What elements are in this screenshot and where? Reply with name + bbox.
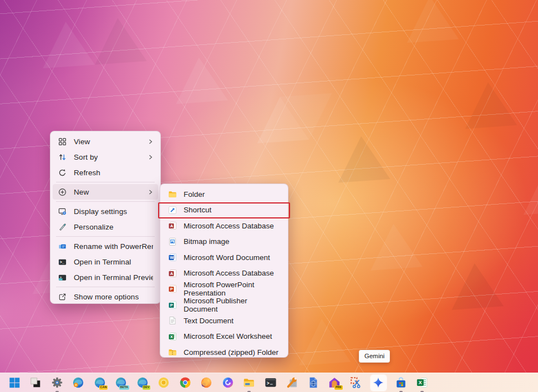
- submenu-item-access-database-2[interactable]: A Microsoft Access Database: [163, 266, 286, 282]
- sort-arrows-icon: [58, 152, 67, 161]
- submenu-item-excel-worksheet[interactable]: X Microsoft Excel Worksheet: [163, 329, 286, 345]
- taskbar-item-web-document[interactable]: [306, 376, 320, 390]
- taskbar-item-app-squares[interactable]: [29, 376, 43, 390]
- submenu-item-label: Microsoft Excel Worksheet: [184, 332, 272, 340]
- svg-text:X: X: [419, 380, 422, 385]
- start-button[interactable]: [7, 376, 21, 390]
- menu-item-label: Refresh: [74, 169, 153, 177]
- taskbar-item-microsoft-store[interactable]: [394, 376, 408, 390]
- menu-separator: [56, 236, 155, 237]
- menu-item-personalize[interactable]: Personalize: [53, 219, 158, 235]
- submenu-item-label: Compressed (zipped) Folder: [184, 348, 278, 357]
- excel-app-icon: X: [416, 376, 428, 389]
- new-submenu: Folder Shortcut A Microsoft Access Datab…: [160, 184, 288, 358]
- chrome-canary-icon: [158, 376, 170, 389]
- terminal-icon: >_: [58, 257, 67, 266]
- menu-item-rename-powerrename[interactable]: Rename with PowerRename: [53, 238, 158, 254]
- grid-icon: [58, 137, 67, 146]
- menu-item-sort-by[interactable]: Sort by: [53, 149, 158, 165]
- taskbar-item-edge-beta[interactable]: BETA: [114, 376, 128, 390]
- terminal-preview-icon: >: [58, 273, 67, 282]
- file-explorer-icon: [243, 376, 255, 389]
- chrome-icon: [179, 376, 191, 389]
- svg-text:W: W: [170, 255, 174, 260]
- svg-text:P: P: [170, 303, 173, 308]
- submenu-item-shortcut[interactable]: Shortcut: [163, 202, 286, 218]
- submenu-item-label: Folder: [184, 190, 205, 198]
- submenu-item-label: Microsoft Word Document: [184, 253, 270, 262]
- menu-item-open-terminal-preview[interactable]: > Open in Terminal Preview: [53, 269, 158, 285]
- svg-text:A: A: [170, 271, 174, 276]
- chevron-right-icon: [148, 139, 153, 144]
- submenu-item-text-document[interactable]: Text Document: [163, 313, 286, 329]
- show-more-options-icon: [58, 292, 67, 301]
- edge-can-badge: CAN: [99, 385, 108, 390]
- menu-item-label: Sort by: [74, 153, 145, 161]
- taskbar-item-settings[interactable]: [50, 376, 64, 390]
- submenu-item-label: Microsoft PowerPoint Presentation: [184, 281, 280, 297]
- svg-text:X: X: [170, 334, 173, 339]
- access-icon: A: [168, 221, 177, 230]
- edge-dev-badge: DEV: [143, 385, 150, 390]
- submenu-item-folder[interactable]: Folder: [163, 186, 286, 202]
- plus-circle-icon: [58, 187, 67, 196]
- folder-icon: [168, 190, 177, 198]
- edge-canary-icon: [72, 376, 84, 389]
- desktop[interactable]: View Sort by Refresh New: [0, 0, 538, 392]
- taskbar-item-edge-canary[interactable]: [72, 376, 85, 390]
- firefox-icon: [200, 376, 212, 389]
- taskbar-item-snipping-tool[interactable]: [349, 376, 363, 390]
- dev-toolbox-icon: [286, 376, 298, 389]
- chevron-right-icon: [148, 155, 153, 160]
- menu-item-show-more-options[interactable]: Show more options: [53, 289, 158, 304]
- taskbar-item-gemini[interactable]: [370, 375, 387, 391]
- svg-text:>: >: [59, 274, 62, 278]
- svg-text:>: >: [266, 381, 269, 386]
- taskbar-item-firefox[interactable]: [200, 376, 214, 390]
- menu-item-label: Show more options: [74, 293, 153, 301]
- bitmap-icon: [168, 237, 177, 246]
- submenu-item-label: Microsoft Publisher Document: [184, 297, 280, 313]
- taskbar-item-copilot[interactable]: [221, 376, 235, 390]
- text-document-icon: [168, 316, 177, 325]
- powerpoint-icon: P: [168, 284, 177, 293]
- menu-item-open-terminal[interactable]: >_ Open in Terminal: [53, 254, 158, 269]
- taskbar-item-edge-dev[interactable]: DEV: [135, 376, 149, 390]
- personalize-brush-icon: [58, 222, 67, 231]
- menu-item-label: Display settings: [74, 207, 153, 216]
- start-icon: [8, 376, 21, 389]
- svg-text:>_: >_: [59, 260, 64, 264]
- menu-item-view[interactable]: View: [53, 134, 158, 149]
- menu-item-refresh[interactable]: Refresh: [53, 165, 158, 180]
- submenu-item-label: Microsoft Access Database: [184, 269, 274, 277]
- taskbar: CAN BETA DEV >: [0, 373, 538, 392]
- taskbar-item-dev-toolbox[interactable]: [285, 376, 299, 390]
- gemini-icon: [372, 376, 384, 389]
- menu-separator: [56, 201, 155, 202]
- submenu-item-bitmap-image[interactable]: Bitmap image: [163, 234, 286, 250]
- menu-item-new[interactable]: New: [53, 184, 158, 200]
- svg-text:P: P: [170, 287, 173, 292]
- shortcut-icon: [168, 206, 177, 215]
- submenu-item-compressed-folder[interactable]: Compressed (zipped) Folder: [163, 344, 286, 360]
- submenu-item-publisher-document[interactable]: P Microsoft Publisher Document: [163, 297, 286, 313]
- gemini-tooltip: Gemini: [359, 350, 390, 363]
- submenu-item-powerpoint-presentation[interactable]: P Microsoft PowerPoint Presentation: [163, 281, 286, 297]
- menu-item-label: Open in Terminal: [74, 258, 153, 266]
- chevron-right-icon: [148, 190, 153, 195]
- menu-item-label: Personalize: [74, 223, 153, 231]
- excel-icon: X: [168, 332, 177, 341]
- taskbar-item-chrome[interactable]: [178, 376, 192, 390]
- taskbar-item-excel[interactable]: X: [415, 376, 429, 390]
- taskbar-item-chrome-canary[interactable]: [157, 376, 171, 390]
- submenu-item-word-document[interactable]: W Microsoft Word Document: [163, 250, 286, 266]
- taskbar-item-dev-home[interactable]: PRE: [328, 376, 342, 390]
- copilot-icon: [222, 376, 234, 389]
- menu-item-label: View: [74, 138, 145, 146]
- menu-item-display-settings[interactable]: Display settings: [53, 203, 158, 219]
- submenu-item-access-database[interactable]: A Microsoft Access Database: [163, 218, 286, 234]
- taskbar-item-edge-can[interactable]: CAN: [93, 376, 106, 390]
- taskbar-item-file-explorer[interactable]: [242, 376, 256, 390]
- edge-beta-badge: BETA: [119, 385, 129, 390]
- taskbar-item-terminal[interactable]: >: [263, 376, 277, 390]
